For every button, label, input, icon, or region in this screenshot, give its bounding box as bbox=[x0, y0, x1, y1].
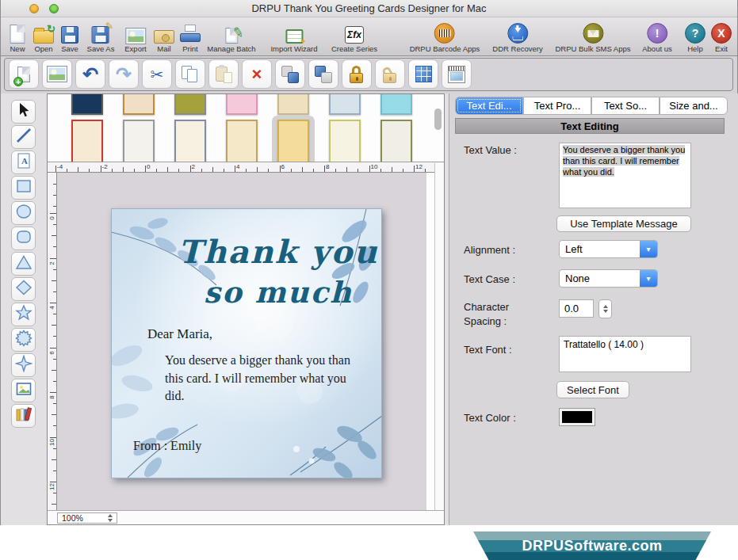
send-to-back-button[interactable] bbox=[308, 59, 338, 89]
card-salutation[interactable]: Dear Maria, bbox=[147, 326, 212, 342]
tool-text[interactable]: A bbox=[11, 150, 36, 174]
text-case-dropdown[interactable]: None ▾ bbox=[559, 269, 658, 288]
tab-text-properties[interactable]: Text Pro... bbox=[523, 97, 591, 115]
text-color-swatch[interactable] bbox=[559, 408, 595, 426]
save-as-button[interactable]: ✎Save As bbox=[87, 20, 115, 53]
zoom-up-icon bbox=[108, 514, 113, 517]
template-thumbnail[interactable] bbox=[329, 120, 361, 162]
print-button[interactable]: Print bbox=[180, 20, 201, 53]
grid-button[interactable] bbox=[408, 59, 438, 89]
template-thumbnail[interactable] bbox=[226, 120, 258, 162]
help-button[interactable]: ?Help bbox=[685, 20, 705, 53]
create-series-button[interactable]: ΣfxCreate Series bbox=[331, 20, 377, 53]
tool-rounded-rectangle[interactable] bbox=[11, 227, 36, 250]
tool-image[interactable] bbox=[11, 379, 36, 402]
template-thumbnail[interactable] bbox=[380, 94, 412, 115]
character-spacing-input[interactable]: 0.0 bbox=[559, 299, 594, 318]
tool-rectangle[interactable] bbox=[11, 176, 36, 200]
tool-seal[interactable] bbox=[11, 328, 36, 352]
template-strip-scrollbar[interactable] bbox=[434, 109, 442, 130]
save-icon bbox=[61, 20, 78, 44]
card-message-text[interactable]: You deserve a bigger thank you than this… bbox=[165, 352, 363, 406]
tool-triangle[interactable] bbox=[11, 252, 36, 276]
tool-four-point-star[interactable] bbox=[11, 353, 36, 377]
template-thumbnail-selected[interactable] bbox=[277, 120, 309, 162]
character-spacing-label-line1: Character bbox=[464, 301, 509, 313]
import-wizard-button[interactable]: Import Wizard bbox=[270, 20, 317, 53]
mail-button[interactable]: Mail bbox=[154, 20, 174, 53]
ruler-label: 12 bbox=[415, 163, 423, 170]
template-thumbnail[interactable] bbox=[329, 94, 361, 115]
app-window: DRPU Thank You Greeting Cards Designer f… bbox=[0, 0, 738, 525]
toolbar-label: DRPU Bulk SMS Apps bbox=[555, 44, 630, 53]
bring-to-front-button[interactable] bbox=[275, 59, 305, 89]
undo-button[interactable]: ↶ bbox=[75, 59, 105, 89]
alignment-dropdown[interactable]: Left ▾ bbox=[559, 240, 658, 258]
new-button[interactable]: New bbox=[10, 20, 25, 53]
exit-button[interactable]: XExit bbox=[711, 20, 732, 53]
chevron-down-icon: ▾ bbox=[640, 270, 657, 287]
open-icon: ↻ bbox=[33, 20, 54, 44]
tool-line[interactable] bbox=[11, 125, 36, 149]
manage-batch-button[interactable]: ✎Manage Batch bbox=[207, 20, 255, 53]
design-canvas[interactable]: Thank you so much Dear Maria, You deserv… bbox=[57, 173, 426, 512]
delete-button[interactable]: × bbox=[242, 59, 272, 89]
toolbar-label: Exit bbox=[715, 44, 728, 53]
barcode-apps-button[interactable]: DRPU Barcode Apps bbox=[410, 20, 480, 53]
use-template-message-button[interactable]: Use Template Message bbox=[556, 215, 691, 232]
template-thumbnail[interactable] bbox=[226, 94, 258, 115]
template-thumbnail[interactable] bbox=[174, 120, 206, 162]
stepper-up-icon bbox=[603, 305, 608, 308]
card-design[interactable]: Thank you so much Dear Maria, You deserv… bbox=[111, 208, 382, 478]
rounded-rectangle-icon bbox=[15, 228, 33, 249]
tab-size-position[interactable]: Size and... bbox=[660, 97, 728, 115]
ddr-recovery-button[interactable]: DDR Recovery bbox=[492, 20, 542, 53]
copy-button[interactable] bbox=[175, 59, 205, 89]
add-image-button[interactable] bbox=[42, 59, 72, 89]
bulk-sms-apps-button[interactable]: DRPU Bulk SMS Apps bbox=[555, 20, 630, 53]
tab-text-style[interactable]: Text So... bbox=[591, 97, 660, 115]
template-thumbnail[interactable] bbox=[71, 94, 103, 115]
add-image-icon bbox=[48, 67, 67, 82]
toolbar-label: Help bbox=[687, 44, 703, 53]
unlock-button[interactable] bbox=[375, 59, 405, 89]
template-thumbnail[interactable] bbox=[123, 120, 155, 162]
tool-library[interactable] bbox=[11, 404, 36, 428]
page-setup-button[interactable] bbox=[442, 59, 472, 89]
toolbar-label: DRPU Barcode Apps bbox=[410, 44, 480, 53]
canvas-vertical-scrollbar[interactable] bbox=[434, 163, 444, 512]
cut-button[interactable]: ✂ bbox=[142, 59, 172, 89]
vertical-ruler: 024681012 bbox=[48, 173, 57, 512]
template-thumbnail[interactable] bbox=[71, 120, 103, 162]
export-button[interactable]: Export bbox=[124, 20, 146, 53]
text-value-input[interactable]: You deserve a bigger thank you than this… bbox=[559, 143, 691, 208]
zoom-stepper[interactable] bbox=[104, 514, 117, 522]
lock-button[interactable] bbox=[342, 59, 372, 89]
tool-diamond[interactable] bbox=[11, 277, 36, 301]
add-text-button[interactable]: + bbox=[9, 59, 39, 89]
tool-ellipse[interactable] bbox=[11, 201, 36, 225]
tab-text-editing[interactable]: Text Edi... bbox=[455, 97, 523, 115]
template-thumbnail[interactable] bbox=[277, 94, 309, 115]
about-us-button[interactable]: !About us bbox=[642, 20, 672, 53]
save-button[interactable]: Save bbox=[61, 20, 78, 53]
tool-star[interactable] bbox=[11, 303, 36, 326]
redo-button[interactable]: ↷ bbox=[109, 59, 139, 89]
unlock-icon bbox=[382, 65, 398, 84]
text-color-value bbox=[562, 411, 592, 423]
tool-pointer[interactable] bbox=[11, 100, 36, 124]
four-point-star-icon bbox=[15, 355, 33, 375]
open-button[interactable]: ↻Open bbox=[33, 20, 54, 53]
character-spacing-stepper[interactable] bbox=[598, 299, 612, 318]
select-font-button[interactable]: Select Font bbox=[556, 381, 629, 398]
template-thumbnail[interactable] bbox=[380, 120, 412, 162]
card-signature[interactable]: From : Emily bbox=[133, 439, 201, 453]
character-spacing-label-line2: Spacing : bbox=[464, 315, 507, 327]
template-thumbnail[interactable] bbox=[174, 94, 206, 115]
zoom-control[interactable]: 100% bbox=[57, 512, 117, 524]
paste-button[interactable] bbox=[208, 59, 239, 89]
card-title[interactable]: Thank you so much bbox=[159, 233, 382, 310]
undo-icon: ↶ bbox=[82, 65, 98, 84]
template-thumbnail[interactable] bbox=[123, 94, 155, 115]
toolbar-label: DDR Recovery bbox=[492, 44, 542, 53]
